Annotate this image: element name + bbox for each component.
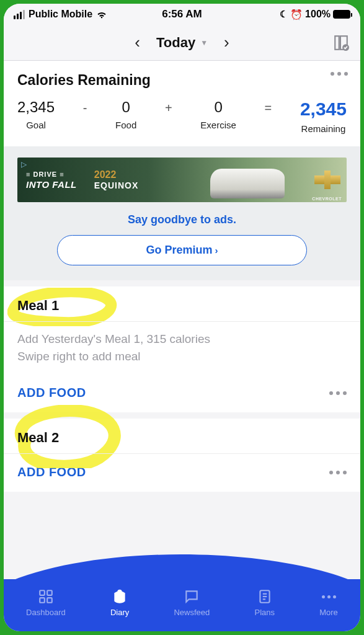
calories-more-button[interactable] [331,72,348,76]
svg-point-7 [117,590,122,595]
more-icon [320,588,337,605]
minus-op: - [83,99,87,115]
ad-headline-2: INTO FALL [26,179,77,190]
svg-rect-6 [47,598,52,603]
remaining-label: Remaining [301,123,346,134]
newsfeed-icon [183,588,200,605]
tab-diary-label: Diary [110,608,129,617]
date-title: Today [156,35,195,51]
diary-icon [111,588,128,605]
meal-1-add-food-button[interactable]: ADD FOOD [17,386,86,400]
tab-dashboard-label: Dashboard [26,608,66,617]
carrier-label: Public Mobile [29,9,92,20]
plus-op: + [165,99,172,115]
ad-car-image [210,169,285,198]
battery-percent: 100% [305,9,331,20]
ad-model: EQUINOX [94,180,139,190]
ads-upsell-text: Say goodbye to ads. [17,213,347,226]
signal-bars-icon [14,10,25,19]
tab-newsfeed-label: Newsfeed [174,608,210,617]
exercise-col: 0 Exercise [200,99,236,130]
meal-1-swipe-hint[interactable]: Add Yesterday's Meal 1, 315 calories Swi… [4,322,360,375]
app-screen: Public Mobile 6:56 AM ☾ ⏰ 100% ‹ Today ▼… [4,4,360,631]
svg-rect-3 [40,590,45,595]
bottom-tab-bar: Dashboard Diary Newsfeed Plans More [4,579,360,631]
meal-1-hint-line2: Swipe right to add meal [17,348,347,365]
dnd-moon-icon: ☾ [280,9,288,20]
calories-card: Calories Remaining 2,345 Goal - 0 Food +… [4,61,360,146]
remaining-value: 2,345 [300,99,347,120]
dashboard-icon [37,588,55,605]
ad-banner[interactable]: ▷ ≡ DRIVE ≡ INTO FALL 2022 EQUINOX CHEVR… [17,158,347,202]
tab-more[interactable]: More [319,588,338,617]
meal-2-add-food-button[interactable]: ADD FOOD [17,465,86,479]
meal-1-hint-line1: Add Yesterday's Meal 1, 315 calories [17,331,347,348]
calories-equation: 2,345 Goal - 0 Food + 0 Exercise = 2,345… [17,99,347,134]
svg-rect-4 [47,590,52,595]
equals-op: = [265,99,272,115]
meal-2-header[interactable]: Meal 2 [4,419,360,454]
prev-day-button[interactable]: ‹ [131,29,144,56]
svg-rect-0 [335,36,339,50]
alarm-icon: ⏰ [290,9,303,20]
chevrolet-logo-icon [314,171,340,189]
goal-col: 2,345 Goal [17,99,55,130]
svg-rect-5 [40,598,45,603]
chevron-down-icon: ▼ [200,38,208,47]
ad-section: ▷ ≡ DRIVE ≡ INTO FALL 2022 EQUINOX CHEVR… [4,146,360,280]
exercise-value: 0 [214,99,222,116]
ad-headline-1: ≡ DRIVE ≡ [26,171,77,178]
chevron-right-icon: › [215,245,218,255]
meal-1-section: Meal 1 Add Yesterday's Meal 1, 315 calor… [4,286,360,412]
tab-diary[interactable]: Diary [110,588,129,617]
ad-brand: CHEVROLET [312,197,342,201]
food-value: 0 [122,99,130,116]
date-nav-bar: ‹ Today ▼ › [4,25,360,61]
next-day-button[interactable]: › [220,29,233,56]
status-right: ☾ ⏰ 100% [280,9,350,20]
tab-plans-label: Plans [254,608,275,617]
calories-title: Calories Remaining [17,72,347,89]
wifi-icon [96,10,107,19]
tab-dashboard[interactable]: Dashboard [26,588,66,617]
remaining-col: 2,345 Remaining [300,99,347,134]
tab-more-label: More [319,608,338,617]
date-picker-button[interactable]: Today ▼ [156,35,208,51]
status-bar: Public Mobile 6:56 AM ☾ ⏰ 100% [4,4,360,25]
diary-settings-icon[interactable] [333,35,349,51]
food-label: Food [115,120,136,130]
meal-2-more-button[interactable] [329,471,347,474]
tab-plans[interactable]: Plans [254,588,275,617]
goal-label: Goal [26,120,46,130]
meal-1-more-button[interactable] [329,391,347,395]
clock: 6:56 AM [162,8,202,20]
plans-icon [256,588,273,605]
food-col: 0 Food [115,99,136,130]
go-premium-label: Go Premium [146,244,212,256]
meal-2-section: Meal 2 ADD FOOD [4,419,360,492]
go-premium-button[interactable]: Go Premium› [57,235,308,265]
battery-icon [333,10,350,19]
goal-value: 2,345 [17,99,55,116]
phone-frame: Public Mobile 6:56 AM ☾ ⏰ 100% ‹ Today ▼… [4,4,360,631]
status-left: Public Mobile [14,9,107,20]
meal-1-header[interactable]: Meal 1 [4,286,360,322]
tab-newsfeed[interactable]: Newsfeed [174,588,210,617]
ad-info-icon: ▷ [21,160,27,169]
ad-year: 2022 [94,169,139,180]
exercise-label: Exercise [200,120,236,130]
